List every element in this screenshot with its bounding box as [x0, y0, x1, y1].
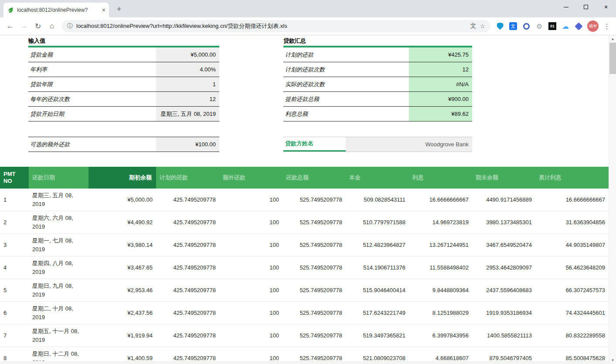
minimize-button[interactable]: [556, 0, 576, 14]
input-table: 贷款金额¥5,000.00年利率4.00%贷款年限1每年的还款次数12贷款开始日…: [28, 47, 219, 121]
table-cell: ¥1,919.94: [88, 324, 156, 347]
horizontal-scrollbar-track[interactable]: [0, 361, 609, 364]
table-cell: 8.1251988029: [409, 302, 472, 324]
kv-row: 利息总额¥89.62: [283, 107, 472, 121]
table-cell: 100: [219, 211, 282, 234]
extension-cloud-icon[interactable]: ☁: [560, 20, 571, 32]
tab-title: localhost:8012/onlinePreview?: [17, 7, 99, 13]
kv-row: 可选的额外还款 ¥100.00: [28, 137, 219, 152]
table-cell: 4: [0, 256, 29, 279]
table-cell: 425.7495209778: [156, 324, 219, 347]
table-cell: 31.6363904856: [535, 211, 609, 234]
table-cell: ¥4,490.92: [88, 211, 156, 234]
kv-row: 计划的还款¥425.75: [283, 47, 472, 62]
browser-tab[interactable]: localhost:8012/onlinePreview? ×: [3, 3, 109, 17]
table-cell: 星期四, 八月 08, 2019: [29, 256, 88, 279]
scroll-up-icon[interactable]: ▲: [609, 35, 616, 43]
url-text[interactable]: localhost:8012/onlinePreview?url=http://…: [76, 22, 466, 30]
table-row: 7星期五, 十一月 08, 2019¥1,919.94425.749520977…: [0, 324, 609, 347]
input-row-value: 4.00%: [156, 62, 219, 77]
table-cell: 514.1906711376: [346, 256, 409, 279]
summary-row-label: 计划的还款次数: [283, 62, 409, 77]
table-cell: 1400.5855821113: [472, 324, 535, 347]
extension-ring-icon[interactable]: [521, 20, 532, 32]
table-cell: 13.2671244951: [409, 234, 472, 256]
table-cell: 425.7495209778: [156, 234, 219, 256]
forward-button[interactable]: →: [17, 20, 31, 33]
amort-header-cell: 期末余额: [472, 167, 535, 189]
reload-button[interactable]: ↻: [31, 20, 44, 33]
table-cell: 100: [219, 324, 282, 347]
kv-row: 每年的还款次数12: [28, 92, 219, 107]
extension-shield-icon[interactable]: [494, 20, 506, 32]
table-cell: 425.7495209778: [156, 256, 219, 279]
table-cell: 星期二, 十月 08, 2019: [29, 302, 88, 324]
table-cell: ¥5,000.00: [88, 189, 156, 211]
summary-row-label: 计划的还款: [283, 47, 409, 62]
table-cell: 2437.5596408683: [472, 279, 535, 302]
table-cell: 星期六, 六月 08, 2019: [29, 211, 88, 234]
scroll-down-icon[interactable]: ▼: [609, 357, 616, 364]
scrollbar-thumb[interactable]: [609, 43, 616, 74]
tab-strip: localhost:8012/onlinePreview? × + ×: [0, 0, 616, 17]
summary-row-label: 利息总额: [283, 107, 409, 121]
table-cell: 509.0828543111: [346, 189, 409, 211]
shield-icon: [497, 23, 504, 30]
maximize-icon: [584, 5, 588, 9]
translate-ext-icon: 文: [509, 22, 517, 30]
extension-gear-icon[interactable]: ⚙: [534, 20, 545, 32]
table-cell: 525.7495209778: [282, 256, 346, 279]
kv-row: 提前还款总额¥900.00: [283, 92, 472, 107]
table-cell: 525.7495209778: [282, 211, 346, 234]
extension-badge-01[interactable]: 01: [547, 20, 558, 32]
table-cell: 3467.6549520474: [472, 234, 535, 256]
browser-menu-button[interactable]: ⋮: [601, 22, 613, 30]
input-row-label: 每年的还款次数: [28, 92, 156, 106]
table-cell: 3980.1373485301: [472, 211, 535, 234]
translate-icon[interactable]: 文: [470, 22, 476, 30]
home-button[interactable]: ⌂: [45, 20, 58, 33]
table-cell: 517.6243221749: [346, 302, 409, 324]
cloud-icon: ☁: [562, 22, 569, 30]
new-tab-button[interactable]: +: [113, 3, 125, 15]
input-row-label: 年利率: [28, 62, 156, 77]
kv-row: 计划的还款次数12: [283, 62, 472, 77]
extra-payment-value: ¥100.00: [156, 137, 219, 152]
lender-value: Woodgrove Bank: [346, 137, 472, 152]
vertical-scrollbar[interactable]: ▲ ▼: [609, 35, 616, 364]
table-cell: 44.9035149807: [535, 234, 609, 256]
kv-row: 年利率4.00%: [28, 62, 219, 77]
table-cell: ¥2,953.46: [88, 279, 156, 302]
table-cell: 512.4823964827: [346, 234, 409, 256]
bookmark-star-icon[interactable]: ☆: [480, 23, 485, 30]
maximize-button[interactable]: [576, 0, 596, 14]
tab-close-icon[interactable]: ×: [102, 7, 106, 13]
table-cell: 6: [0, 302, 29, 324]
table-cell: 6.3997843956: [409, 324, 472, 347]
table-cell: 3: [0, 234, 29, 256]
table-cell: 100: [219, 234, 282, 256]
lender-label: 贷款方姓名: [283, 137, 346, 152]
lender-row: 贷款方姓名 Woodgrove Bank: [283, 137, 472, 152]
table-cell: 2953.4642809097: [472, 256, 535, 279]
address-bar[interactable]: ⓘ localhost:8012/onlinePreview?url=http:…: [62, 20, 490, 32]
table-cell: 4490.9171456889: [472, 189, 535, 211]
table-cell: 525.7495209778: [282, 234, 346, 256]
extension-bird-icon[interactable]: [573, 20, 584, 32]
back-button[interactable]: ←: [3, 20, 17, 33]
table-cell: 9.8448809364: [409, 279, 472, 302]
table-cell: 100: [219, 189, 282, 211]
extra-payment-row: 可选的额外还款 ¥100.00: [28, 137, 219, 152]
table-cell: ¥3,467.65: [88, 256, 156, 279]
browser-window: localhost:8012/onlinePreview? × + × ← → …: [0, 0, 616, 364]
kv-row: 贷款年限1: [28, 77, 219, 92]
table-row: 4星期四, 八月 08, 2019¥3,467.65425.7495209778…: [0, 256, 609, 279]
amort-header-cell: 额外还款: [219, 167, 282, 189]
extension-translate-icon[interactable]: 文: [507, 20, 519, 32]
profile-avatar[interactable]: 精华: [587, 20, 599, 32]
close-window-button[interactable]: ×: [596, 0, 616, 14]
window-controls: ×: [556, 0, 616, 14]
table-cell: 1: [0, 189, 29, 211]
kv-row: 贷款开始日期星期三, 五月 08, 2019: [28, 107, 219, 121]
page-info-icon[interactable]: ⓘ: [67, 22, 73, 30]
